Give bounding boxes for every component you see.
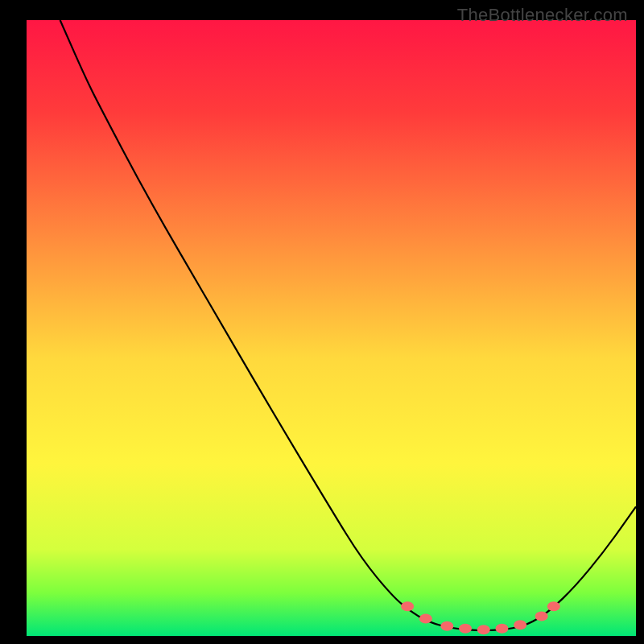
marker-dot xyxy=(547,601,560,611)
watermark-text: TheBottlenecker.com xyxy=(457,5,628,26)
bottleneck-chart: TheBottlenecker.com xyxy=(0,0,644,644)
chart-svg xyxy=(0,0,644,644)
marker-dot xyxy=(419,614,432,624)
marker-dot xyxy=(401,601,414,611)
marker-dot xyxy=(459,624,472,634)
marker-dot xyxy=(514,620,526,630)
marker-dot xyxy=(495,624,508,634)
marker-dot xyxy=(477,625,490,634)
plot-background xyxy=(27,20,636,636)
marker-dot xyxy=(535,612,548,621)
marker-dot xyxy=(440,621,453,631)
